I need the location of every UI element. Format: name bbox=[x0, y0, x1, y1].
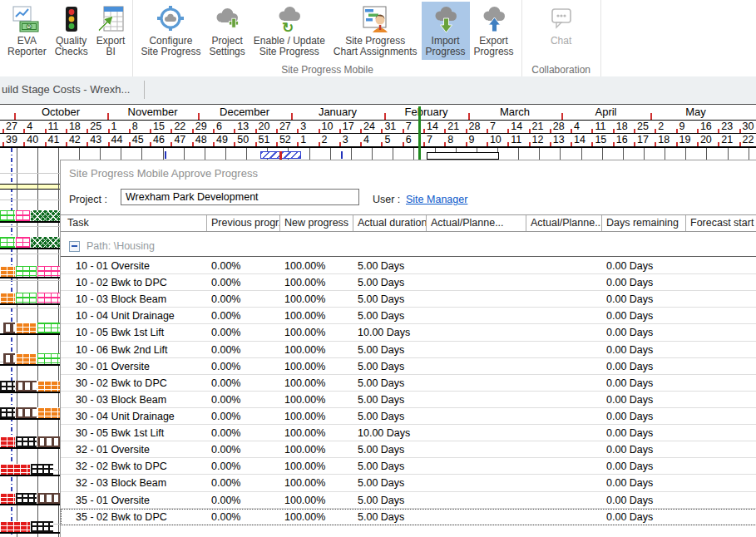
enable-update-site-progress-button[interactable]: ↻ Enable / Update Site Progress bbox=[250, 2, 329, 60]
gantt-bar-green[interactable] bbox=[0, 237, 15, 248]
table-cell: 0.00% bbox=[207, 441, 280, 457]
table-cell: 32 - 03 Block Beam bbox=[61, 475, 207, 490]
table-row[interactable]: 32 - 03 Block Beam0.00%100.00%5.00 Days0… bbox=[61, 475, 756, 491]
column-header[interactable]: Actual/Planne... bbox=[427, 215, 526, 231]
gantt-bar-gate[interactable] bbox=[3, 353, 15, 364]
table-row[interactable]: 35 - 02 Bwk to DPC0.00%100.00%5.00 Days0… bbox=[61, 509, 756, 525]
export-bi-button[interactable]: Export BI bbox=[92, 2, 130, 60]
gantt-bar-orange[interactable] bbox=[37, 381, 60, 392]
gantt-grid-line bbox=[58, 148, 59, 537]
table-row[interactable]: 30 - 01 Oversite0.00%100.00%5.00 Days0.0… bbox=[61, 358, 756, 375]
week-tick bbox=[550, 142, 551, 146]
gantt-bar-green[interactable] bbox=[37, 323, 60, 333]
column-header[interactable]: Actual/Planne... bbox=[526, 215, 602, 231]
cloud-plus-icon bbox=[213, 4, 241, 34]
table-row[interactable]: 10 - 06 Bwk 2nd Lift0.00%100.00%5.00 Day… bbox=[61, 342, 756, 358]
column-header[interactable]: Forecast start bbox=[686, 215, 756, 231]
date-label: 25 bbox=[90, 121, 101, 132]
gantt-bar-pink[interactable] bbox=[16, 237, 30, 248]
date-label: 3 bbox=[300, 121, 306, 132]
gantt-bar-dkgreen[interactable] bbox=[31, 210, 60, 221]
month-boundary-tick bbox=[14, 113, 16, 120]
cloud-download-icon bbox=[432, 4, 460, 34]
gantt-bar-orange[interactable] bbox=[16, 353, 37, 364]
gantt-bar-gate[interactable] bbox=[37, 436, 60, 447]
site-progress-chart-assignments-button[interactable]: Site Progress Chart Assignments bbox=[329, 2, 422, 60]
gantt-bar-gate[interactable] bbox=[37, 493, 60, 504]
week-tick bbox=[403, 129, 404, 133]
gantt-bar-green[interactable] bbox=[16, 266, 37, 277]
table-row[interactable]: 10 - 01 Oversite0.00%100.00%5.00 Days0.0… bbox=[61, 258, 756, 274]
column-header[interactable]: Actual duration bbox=[353, 215, 427, 231]
gantt-bar-outline[interactable] bbox=[427, 152, 499, 160]
table-cell: 5.00 Days bbox=[353, 492, 427, 508]
gantt-bar-black[interactable] bbox=[31, 521, 53, 532]
table-cell: 10 - 02 Bwk to DPC bbox=[61, 274, 207, 290]
gantt-bar-pink[interactable] bbox=[37, 293, 60, 303]
week-tick bbox=[276, 142, 278, 146]
column-header[interactable]: New progress bbox=[280, 215, 353, 231]
project-settings-button[interactable]: Project Settings bbox=[205, 2, 249, 60]
gantt-bar-red[interactable] bbox=[0, 493, 15, 504]
column-header[interactable]: Task bbox=[61, 215, 207, 231]
project-input[interactable] bbox=[121, 189, 359, 205]
week-tick bbox=[634, 142, 635, 146]
gantt-bar-black[interactable] bbox=[0, 407, 15, 418]
table-row[interactable]: 10 - 02 Bwk to DPC0.00%100.00%5.00 Days0… bbox=[61, 274, 756, 291]
gantt-bar-orange[interactable] bbox=[16, 323, 37, 333]
table-cell bbox=[686, 408, 756, 424]
gantt-bar-orange[interactable] bbox=[0, 266, 15, 277]
gantt-bar-gate[interactable] bbox=[16, 407, 37, 418]
quality-checks-button[interactable]: Quality Checks bbox=[51, 2, 92, 60]
gantt-bar-orange[interactable] bbox=[0, 293, 15, 303]
gantt-bar-green[interactable] bbox=[37, 353, 60, 364]
week-number-label: 5 bbox=[384, 134, 390, 145]
gantt-bar-black[interactable] bbox=[16, 436, 37, 447]
table-row[interactable]: 10 - 03 Block Beam0.00%100.00%5.00 Days0… bbox=[61, 291, 756, 308]
column-header[interactable]: Previous progr... bbox=[207, 215, 280, 231]
date-label: 4 bbox=[27, 121, 32, 132]
gantt-bar-pink[interactable] bbox=[16, 210, 30, 221]
gantt-bar-green[interactable] bbox=[0, 210, 15, 221]
gantt-bar-gate[interactable] bbox=[3, 323, 15, 333]
table-row[interactable]: 30 - 02 Bwk to DPC0.00%100.00%5.00 Days0… bbox=[61, 375, 756, 392]
gantt-summary-bar[interactable] bbox=[0, 184, 60, 190]
gantt-bar-gate[interactable] bbox=[16, 381, 37, 392]
gantt-bar-red[interactable] bbox=[0, 436, 15, 447]
gantt-bar-red[interactable] bbox=[0, 521, 30, 532]
month-label: April bbox=[595, 106, 616, 118]
table-row[interactable]: 32 - 01 Oversite0.00%100.00%5.00 Days0.0… bbox=[61, 441, 756, 458]
gantt-bar-green[interactable] bbox=[16, 293, 37, 303]
gantt-bar-pink[interactable] bbox=[37, 266, 60, 277]
table-cell: 10 - 06 Bwk 2nd Lift bbox=[61, 342, 207, 357]
table-row[interactable]: 10 - 05 Bwk 1st Lift0.00%100.00%10.00 Da… bbox=[61, 324, 756, 341]
gantt-bar-row bbox=[0, 210, 60, 221]
gantt-bar-red[interactable] bbox=[0, 464, 30, 475]
table-row[interactable]: 30 - 03 Block Beam0.00%100.00%5.00 Days0… bbox=[61, 392, 756, 408]
date-label: 28 bbox=[553, 121, 565, 132]
week-tick bbox=[297, 142, 299, 146]
import-progress-button[interactable]: Import Progress bbox=[422, 2, 470, 60]
gantt-bar-dkgreen[interactable] bbox=[31, 237, 60, 248]
table-cell: 0.00 Days bbox=[602, 375, 686, 391]
configure-site-progress-button[interactable]: Configure Site Progress bbox=[136, 2, 205, 60]
eva-reporter-button[interactable]: 5 EVA Reporter bbox=[3, 2, 51, 60]
gantt-bar-black[interactable] bbox=[16, 493, 37, 504]
gantt-bar-row bbox=[0, 407, 60, 418]
gantt-bar-black[interactable] bbox=[0, 381, 15, 392]
gantt-bar-hatch[interactable] bbox=[260, 151, 301, 159]
export-progress-button[interactable]: Export Progress bbox=[470, 2, 518, 60]
table-cell bbox=[427, 475, 526, 490]
collapse-icon[interactable] bbox=[69, 241, 80, 252]
column-header[interactable]: Days remaining bbox=[602, 215, 686, 231]
gantt-bar-orange[interactable] bbox=[37, 407, 60, 418]
table-row[interactable]: 10 - 04 Unit Drainage0.00%100.00%5.00 Da… bbox=[61, 308, 756, 324]
table-row[interactable]: 35 - 01 Oversite0.00%100.00%5.00 Days0.0… bbox=[61, 492, 756, 509]
table-row[interactable]: 32 - 02 Bwk to DPC0.00%100.00%5.00 Days0… bbox=[61, 458, 756, 475]
gantt-bar-black[interactable] bbox=[31, 464, 53, 475]
tab-build-stage-costs[interactable]: uild Stage Costs - Wrexh... bbox=[2, 76, 130, 103]
chat-button[interactable]: Chat bbox=[543, 2, 580, 49]
table-row[interactable]: 30 - 05 Bwk 1st Lift0.00%100.00%10.00 Da… bbox=[61, 425, 756, 441]
table-row[interactable]: 30 - 04 Unit Drainage0.00%100.00%5.00 Da… bbox=[61, 408, 756, 425]
site-manager-link[interactable]: Site Manager bbox=[406, 194, 467, 205]
